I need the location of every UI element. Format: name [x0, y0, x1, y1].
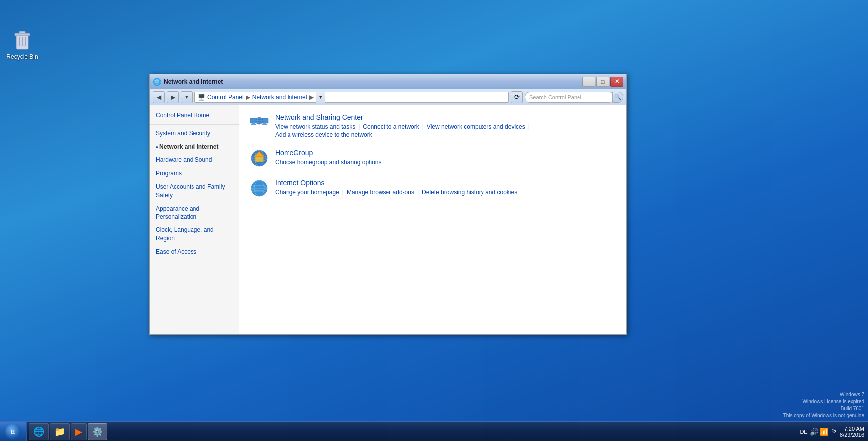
- network-sharing-links: View network status and tasks | Connect …: [275, 123, 616, 138]
- sidebar-divider: [150, 124, 239, 125]
- network-sharing-center-icon: [249, 113, 269, 133]
- sidebar-item-ease-of-access[interactable]: Ease of Access: [150, 245, 239, 259]
- taskbar-items: 🌐 📁 ▶ ⚙️: [27, 422, 796, 441]
- network-tray-icon[interactable]: 📶: [820, 428, 828, 436]
- svg-rect-2: [19, 31, 25, 34]
- main-content: Network and Sharing Center View network …: [239, 105, 626, 334]
- action-center-icon[interactable]: 🏳: [830, 428, 838, 436]
- window-title: Network and Internet: [164, 78, 223, 85]
- window-title-left: 🌐 Network and Internet: [153, 78, 223, 86]
- homegroup-links: Choose homegroup and sharing options: [275, 159, 381, 166]
- svg-rect-8: [251, 124, 256, 125]
- address-bar[interactable]: 🖥️ Control Panel ▶ Network and Internet …: [194, 92, 509, 103]
- homegroup-icon: [249, 148, 269, 168]
- volume-icon[interactable]: 🔊: [810, 428, 818, 436]
- tray-icons: DE 🔊 📶 🏳: [800, 428, 838, 436]
- taskbar-item-media[interactable]: ▶: [71, 423, 87, 440]
- taskbar-tray: DE 🔊 📶 🏳 7:20 AM 8/29/2016: [796, 422, 868, 441]
- window-addressbar: ◀ ▶ ▼ 🖥️ Control Panel ▶ Network and Int…: [150, 89, 626, 105]
- internet-options-title[interactable]: Internet Options: [275, 179, 325, 187]
- taskbar-item-ie[interactable]: 🌐: [29, 423, 49, 440]
- network-sharing-content: Network and Sharing Center View network …: [275, 113, 616, 138]
- control-panel-icon: 🌐: [153, 78, 161, 86]
- refresh-button[interactable]: ⟳: [511, 91, 523, 103]
- connect-to-network-link[interactable]: Connect to a network: [363, 123, 419, 130]
- taskbar-item-control-panel[interactable]: ⚙️: [88, 423, 107, 440]
- breadcrumb-control-panel[interactable]: Control Panel: [207, 94, 244, 101]
- sidebar: Control Panel Home System and Security N…: [150, 105, 239, 334]
- recycle-bin-label: Recycle Bin: [6, 53, 38, 60]
- window-controls: ─ □ ✕: [582, 77, 623, 87]
- sidebar-item-network-internet[interactable]: Network and Internet: [150, 140, 239, 154]
- category-internet-options: Internet Options Change your homepage | …: [249, 178, 616, 198]
- internet-options-links: Change your homepage | Manage browser ad…: [275, 189, 517, 196]
- sidebar-item-system-security[interactable]: System and Security: [150, 127, 239, 140]
- network-sharing-title[interactable]: Network and Sharing Center: [275, 113, 363, 121]
- language-icon[interactable]: DE: [800, 428, 808, 436]
- svg-rect-7: [252, 123, 255, 124]
- sidebar-item-programs[interactable]: Programs: [150, 167, 239, 180]
- windows-genuine: This copy of Windows is not genuine: [783, 412, 864, 419]
- window-body: Control Panel Home System and Security N…: [150, 105, 626, 334]
- category-homegroup: HomeGroup Choose homegroup and sharing o…: [249, 148, 616, 168]
- delete-history-link[interactable]: Delete browsing history and cookies: [422, 189, 517, 196]
- choose-homegroup-link[interactable]: Choose homegroup and sharing options: [275, 159, 381, 166]
- address-icon: 🖥️: [198, 94, 205, 101]
- window-titlebar: 🌐 Network and Internet ─ □ ✕: [150, 74, 626, 89]
- sidebar-item-appearance[interactable]: Appearance and Personalization: [150, 202, 239, 224]
- search-button[interactable]: 🔍: [612, 92, 623, 103]
- close-button[interactable]: ✕: [610, 77, 623, 87]
- windows-build: Build 7601: [783, 405, 864, 412]
- search-bar[interactable]: Search Control Panel: [525, 92, 614, 103]
- windows-license: Windows License is expired: [783, 398, 864, 405]
- sidebar-item-user-accounts[interactable]: User Accounts and Family Safety: [150, 180, 239, 202]
- view-network-computers-link[interactable]: View network computers and devices: [427, 123, 525, 130]
- windows-version: Windows 7: [783, 391, 864, 398]
- svg-rect-11: [262, 124, 267, 125]
- sidebar-item-control-panel-home[interactable]: Control Panel Home: [150, 109, 239, 122]
- add-wireless-device-link[interactable]: Add a wireless device to the network: [275, 131, 372, 138]
- dropdown-arrow-button[interactable]: ▼: [181, 91, 193, 103]
- recycle-bin-icon[interactable]: Recycle Bin: [5, 27, 40, 60]
- homegroup-title[interactable]: HomeGroup: [275, 149, 313, 157]
- back-button[interactable]: ◀: [153, 91, 165, 103]
- address-dropdown-button[interactable]: ▼: [316, 92, 325, 103]
- sidebar-item-clock-language[interactable]: Clock, Language, and Region: [150, 223, 239, 245]
- taskbar: ⊞ 🌐 📁 ▶ ⚙️ DE 🔊: [0, 421, 868, 441]
- control-panel-window: 🌐 Network and Internet ─ □ ✕ ◀ ▶ ▼ 🖥️ Co…: [149, 74, 627, 335]
- sidebar-item-hardware-sound[interactable]: Hardware and Sound: [150, 153, 239, 167]
- manage-addons-link[interactable]: Manage browser add-ons: [347, 189, 414, 196]
- forward-button[interactable]: ▶: [167, 91, 179, 103]
- internet-options-icon: [249, 178, 269, 198]
- breadcrumb-network-internet[interactable]: Network and Internet: [252, 94, 307, 101]
- view-network-status-link[interactable]: View network status and tasks: [275, 123, 355, 130]
- change-homepage-link[interactable]: Change your homepage: [275, 189, 339, 196]
- start-button[interactable]: ⊞: [0, 422, 27, 441]
- homegroup-content: HomeGroup Choose homegroup and sharing o…: [275, 148, 381, 166]
- category-network-sharing: Network and Sharing Center View network …: [249, 113, 616, 138]
- desktop: Recycle Bin 🌐 Network and Internet ─ □ ✕…: [0, 0, 868, 441]
- internet-options-content: Internet Options Change your homepage | …: [275, 178, 517, 196]
- windows-notice: Windows 7 Windows License is expired Bui…: [783, 391, 864, 419]
- taskbar-item-explorer[interactable]: 📁: [50, 423, 70, 440]
- time-display: 7:20 AM: [840, 426, 864, 432]
- svg-rect-10: [263, 123, 266, 124]
- search-placeholder: Search Control Panel: [529, 94, 581, 100]
- clock-display[interactable]: 7:20 AM 8/29/2016: [840, 426, 864, 438]
- start-orb: ⊞: [5, 424, 21, 440]
- svg-text:⊞: ⊞: [11, 428, 16, 435]
- maximize-button[interactable]: □: [596, 77, 609, 87]
- date-display: 8/29/2016: [840, 432, 864, 438]
- minimize-button[interactable]: ─: [582, 77, 595, 87]
